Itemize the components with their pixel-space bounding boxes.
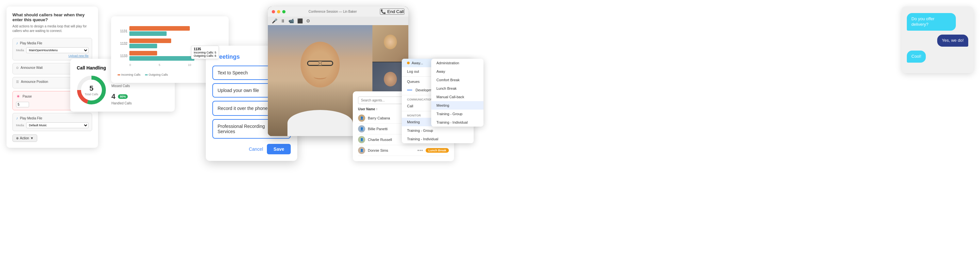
settings-toolbar-icon[interactable]: ⚙ [306, 18, 310, 24]
agent-avatar-barry: 👤 [358, 114, 365, 122]
bar-teal-1131 [129, 31, 167, 36]
agent-row-donnie: 👤 Donnie Sims ••• Lunch Break [358, 145, 449, 156]
queue-row-media1: ♪ Play Media File Media MainOpenHoursMen… [13, 38, 92, 60]
greeting-tts-label: Text to Speech [218, 70, 248, 75]
action-chevron-icon: ▼ [30, 136, 33, 140]
agents-col-name: User Name ↑ [358, 108, 378, 111]
queue-title: What should callers hear when they enter… [13, 13, 92, 22]
action-label: Action [20, 136, 29, 140]
media2-select[interactable]: Default Music [26, 122, 89, 128]
bar-label-1132: 1132 [118, 42, 127, 45]
x-label-0: 0 [129, 63, 131, 66]
status-training-group-item[interactable]: Training - Group [402, 126, 474, 135]
share-toolbar-icon[interactable]: ⬛ [297, 18, 303, 24]
callout-incoming: Incoming Calls: 5 [194, 51, 216, 54]
x-label-5: 5 [159, 63, 161, 66]
bar-orange-1131 [129, 26, 190, 31]
pause-toolbar-icon[interactable]: ⏸ [281, 18, 285, 24]
submenu-away-label: Away [436, 70, 445, 73]
submenu-comfort[interactable]: Comfort Break [431, 76, 484, 84]
video-toolbar: 🎤 ⏸ 📹 ⬛ ⚙ [268, 17, 408, 25]
traffic-light-yellow[interactable] [277, 10, 280, 13]
greeting-phone-label: Record it over the phone [218, 106, 267, 111]
submenu-admin-label: Administration [436, 61, 459, 65]
save-button[interactable]: Save [267, 144, 291, 154]
callout-label: 1135 [194, 47, 216, 51]
action-button[interactable]: ⊕ Action ▼ [13, 134, 37, 142]
submenu-admin[interactable]: Administration [431, 59, 484, 67]
video-title: Conference Session — Lin Baker [288, 10, 378, 13]
bar-orange-1132 [129, 38, 171, 43]
bar-orange-1133 [129, 51, 157, 55]
submenu-lunch-label: Lunch Break [436, 87, 457, 90]
total-calls-label: Total Calls [84, 93, 98, 96]
submenu-lunch[interactable]: Lunch Break [431, 84, 484, 93]
submenu-training-group[interactable]: Training - Group [431, 110, 484, 118]
chat-panel: Do you offer delivery? Yes, we do! Cool! [902, 6, 974, 73]
submenu-callback[interactable]: Manual Call-back [431, 93, 484, 101]
action-plus-icon: ⊕ [16, 136, 19, 140]
training-group-label: Training - Group [407, 128, 433, 133]
missed-label: Missed Calls [111, 84, 168, 88]
announce-pos-icon: ☰ [16, 80, 19, 84]
handled-calls-row: 4 80% [111, 92, 168, 101]
handled-pct-badge: 80% [118, 94, 128, 99]
agent-name-donnie: Donnie Sims [368, 149, 415, 152]
music-icon2: ♪ [16, 116, 18, 120]
chat-bubble-1: Do you offer delivery? [907, 13, 956, 31]
legend-incoming-dot [118, 74, 120, 75]
agent-avatar-billie: 👤 [358, 125, 365, 133]
chart-bar-1131: 1131 [118, 26, 222, 36]
submenu-training-group-label: Training - Group [436, 112, 463, 116]
video-thumb-1 [372, 25, 408, 62]
submenu-away[interactable]: Away [431, 67, 484, 76]
music-icon: ♪ [16, 41, 18, 45]
submenu-training-individual-label: Training - Individual [436, 120, 468, 124]
meeting-label: Meeting [407, 120, 420, 124]
chart-callout: 1135 Incoming Calls: 5 Outgoing Calls: 6 [191, 46, 219, 59]
agent-dots-donnie[interactable]: ••• [417, 148, 423, 153]
announce-wait-icon: ⊙ [16, 66, 19, 70]
mic-toolbar-icon[interactable]: 🎤 [272, 18, 277, 24]
media1-field-label: Media [16, 49, 24, 52]
legend-outgoing-dot [145, 74, 148, 75]
callout-outgoing: Outgoing Calls: 6 [194, 54, 216, 57]
training-individual-label: Training - Individual [407, 137, 438, 141]
handled-number: 4 [111, 92, 115, 101]
greeting-upload-label: Upload your own file [218, 88, 259, 93]
legend-incoming-label: Incoming Calls [121, 73, 140, 76]
status-training-individual-item[interactable]: Training - Individual [402, 135, 474, 143]
media1-label: Play Media File [20, 41, 42, 45]
status-submenu: Administration Away Comfort Break Lunch … [431, 59, 484, 127]
end-call-label: End Call [387, 9, 404, 14]
submenu-meeting-label: Meeting [436, 103, 449, 108]
development-toggle[interactable] [407, 90, 412, 90]
announce-pos-label: Announce Position [21, 80, 48, 84]
agent-avatar-donnie: 👤 [358, 147, 365, 154]
chat-messages: Do you offer delivery? Yes, we do! Cool! [907, 13, 968, 66]
submenu-training-individual[interactable]: Training - Individual [431, 118, 484, 127]
cancel-button[interactable]: Cancel [249, 147, 263, 152]
calls-donut-chart: 5 Total Calls [77, 75, 106, 105]
media1-select[interactable]: MainOpenHoursMenu [26, 47, 89, 53]
submenu-comfort-label: Comfort Break [436, 78, 460, 82]
bar-label-1133: 1133 [118, 54, 127, 58]
traffic-light-red[interactable] [272, 10, 275, 13]
chat-bubble-2: Yes, we do! [937, 35, 968, 47]
logout-label: Log out [407, 70, 419, 73]
end-call-button[interactable]: 📞 End Call [380, 8, 404, 15]
queue-row-media2: ♪ Play Media File Media Default Music [13, 113, 92, 131]
agent-status-donnie: Lunch Break [426, 148, 449, 153]
end-call-icon: 📞 [380, 9, 386, 14]
traffic-light-green[interactable] [282, 10, 285, 13]
status-away-label: Away... [412, 61, 423, 65]
queues-label: Queues [407, 80, 420, 84]
media2-field-label: Media [16, 123, 24, 127]
video-toolbar-icon[interactable]: 📹 [288, 18, 294, 24]
agent-avatar-charlie: 👤 [358, 136, 365, 143]
call-label: Call [407, 104, 413, 108]
pause-value-input[interactable]: 5 [16, 102, 29, 108]
upload-link1[interactable]: Upload new file [16, 54, 89, 57]
submenu-meeting[interactable]: Meeting [431, 101, 484, 110]
video-titlebar: Conference Session — Lin Baker 📞 End Cal… [268, 6, 408, 17]
